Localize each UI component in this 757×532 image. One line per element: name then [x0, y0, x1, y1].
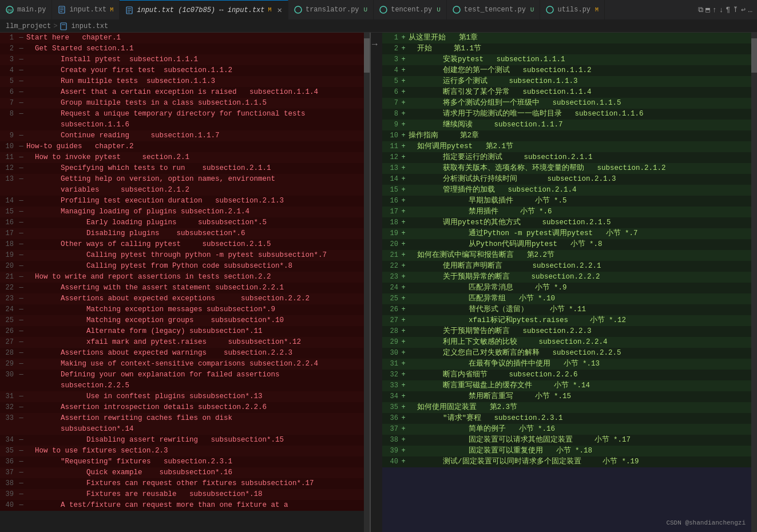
- line-content: 请求用于功能测试的唯一一临时目录 subsection.1.1.6: [409, 109, 644, 120]
- line-content: 固定装置可以请求其他固定装置 小节 *.17: [409, 435, 631, 446]
- line-number: 30: [0, 370, 18, 380]
- line-plus-sign: +: [401, 250, 409, 261]
- line-number-plus: 38: [382, 435, 401, 446]
- untracked-badge: U: [437, 6, 441, 13]
- line-plus-sign: +: [401, 130, 409, 141]
- line-number-plus: 30: [382, 348, 401, 359]
- line-content: 固定装置可以重复使用 小节 *.18: [409, 446, 592, 456]
- left-line-26: 26— Alternate form (legacy) subsubsectio…: [0, 326, 370, 337]
- modified-indicator: M: [110, 7, 113, 13]
- line-plus-sign: +: [401, 217, 409, 228]
- line-number-plus: 6: [382, 87, 401, 98]
- line-dash: —: [18, 304, 26, 315]
- line-number-plus: 19: [382, 228, 401, 239]
- editor-container: 1—Start here chapter.12— Get Started sec…: [0, 33, 757, 532]
- line-content: 创建您的第一个测试 subsection.1.1.2: [409, 65, 592, 76]
- line-content: Asserting with the assert statement subs…: [26, 283, 284, 293]
- nav-back-icon[interactable]: ⤒: [732, 5, 739, 14]
- right-code-area[interactable]: 1+从这里开始 第1章2+ 开始 第1.1节3+ 安装pytest subsec…: [382, 33, 757, 532]
- left-line-33: 33— Assertion rewriting caches files on …: [0, 413, 370, 435]
- tab-label: main.py: [17, 6, 46, 14]
- right-line-22: 22+ 使用断言声明断言 subsection.2.2.1: [382, 261, 757, 272]
- left-code-area[interactable]: 1—Start here chapter.12— Get Started sec…: [0, 33, 370, 532]
- right-scroll-indicator[interactable]: [751, 33, 757, 532]
- line-dash: —: [18, 33, 26, 43]
- line-number: 12: [0, 163, 18, 174]
- line-plus-sign: +: [401, 402, 409, 413]
- txt-icon: [58, 6, 66, 14]
- left-line-29: 29— Making use of context-sensitive comp…: [0, 359, 370, 370]
- line-dash: —: [18, 435, 26, 446]
- right-line-13: 13+ 获取有关版本、选项名称、环境变量的帮助 subsection.2.1.2: [382, 163, 757, 174]
- line-dash: —: [18, 359, 26, 370]
- tab-translator-py[interactable]: translator.py U: [288, 0, 374, 20]
- tab-utils-py[interactable]: utils.py M: [540, 0, 605, 20]
- breadcrumb-file: input.txt: [71, 22, 108, 30]
- right-line-30: 30+ 定义您自己对失败断言的解释 subsection.2.2.5: [382, 348, 757, 359]
- close-tab-icon[interactable]: ✕: [278, 5, 282, 15]
- tab-label: input.txt: [69, 6, 106, 14]
- line-plus-sign: +: [401, 152, 409, 163]
- line-content: 安装pytest subsection.1.1.1: [409, 54, 565, 65]
- line-number: 5: [0, 76, 18, 87]
- toggle-panel-icon[interactable]: ⬒: [706, 5, 710, 14]
- line-content: 断言引发了某个异常 subsection.1.1.4: [409, 87, 592, 98]
- left-line-21: 21— How to write and report assertions i…: [0, 272, 370, 283]
- line-plus-sign: +: [401, 239, 409, 250]
- nav-forward-icon[interactable]: ↩: [741, 5, 746, 14]
- arrow-up-icon[interactable]: ↑: [712, 6, 717, 14]
- line-content: 从这里开始 第1章: [409, 33, 478, 43]
- line-number: 20: [0, 261, 18, 272]
- line-content: 禁用插件 小节 *.6: [409, 207, 552, 217]
- line-number-plus: 10: [382, 130, 401, 141]
- line-content: 调用pytest的其他方式 subsection.2.1.5: [409, 217, 611, 228]
- left-line-17: 17— Disabling plugins subsubsection*.6: [0, 228, 370, 239]
- right-line-25: 25+ 匹配异常组 小节 *.10: [382, 293, 757, 304]
- arrow-down-icon[interactable]: ↓: [719, 6, 724, 14]
- line-number-plus: 28: [382, 326, 401, 337]
- tab-input-diff[interactable]: input.txt (1c07b85) ↔ input.txt M ✕: [120, 0, 288, 20]
- right-line-17: 17+ 禁用插件 小节 *.6: [382, 207, 757, 217]
- line-dash: —: [18, 478, 26, 489]
- line-plus-sign: +: [401, 65, 409, 76]
- split-editor-icon[interactable]: ⧉: [698, 6, 703, 14]
- line-content: Disabling plugins subsubsection*.6: [26, 228, 245, 239]
- line-number-plus: 37: [382, 424, 401, 435]
- line-number-plus: 32: [382, 370, 401, 380]
- tab-input-txt[interactable]: input.txt M: [52, 0, 120, 20]
- line-plus-sign: +: [401, 326, 409, 337]
- line-dash: —: [18, 456, 26, 467]
- line-content: Request a unique temporary directory for…: [26, 109, 306, 130]
- line-number-plus: 21: [382, 250, 401, 261]
- line-content: 禁用断言重写 小节 *.15: [409, 391, 571, 402]
- tab-main-py[interactable]: py main.py: [0, 0, 52, 20]
- right-line-16: 16+ 早期加载插件 小节 *.5: [382, 196, 757, 207]
- line-content: Get Started section.1.1: [26, 43, 134, 54]
- tab-tencent-py[interactable]: tencent.py U: [374, 0, 447, 20]
- tab-label: utils.py: [557, 6, 590, 14]
- right-line-34: 34+ 禁用断言重写 小节 *.15: [382, 391, 757, 402]
- line-content: 指定要运行的测试 subsection.2.1.1: [409, 152, 593, 163]
- left-panel: 1—Start here chapter.12— Get Started sec…: [0, 33, 371, 532]
- right-line-31: 31+ 在最有争议的插件中使用 小节 *.13: [382, 359, 757, 370]
- tab-test-tencent-py[interactable]: test_tencent.py U: [447, 0, 541, 20]
- line-content: 从Python代码调用pytest 小节 *.8: [409, 239, 603, 250]
- left-scroll-indicator[interactable]: [364, 33, 370, 532]
- line-plus-sign: +: [401, 315, 409, 326]
- project-name: llm_project: [6, 22, 51, 30]
- line-content: 如何在测试中编写和报告断言 第2.2节: [409, 250, 554, 261]
- line-content: Calling pytest through python -m pytest …: [26, 250, 327, 261]
- left-line-18: 18— Other ways of calling pytest subsect…: [0, 239, 370, 250]
- line-dash: —: [18, 446, 26, 456]
- line-number: 1: [0, 33, 18, 43]
- left-line-27: 27— xfail mark and pytest.raises subsubs…: [0, 337, 370, 348]
- line-number-plus: 27: [382, 315, 401, 326]
- line-plus-sign: +: [401, 163, 409, 174]
- line-content: Assertions about expected exceptions sub…: [26, 293, 310, 304]
- line-plus-sign: +: [401, 261, 409, 272]
- more-icon[interactable]: …: [748, 6, 752, 14]
- paragraph-icon[interactable]: ¶: [726, 6, 731, 14]
- line-content: Assert that a certain exception is raise…: [26, 87, 318, 98]
- line-plus-sign: +: [401, 98, 409, 109]
- line-content: Matching exception messages subsubsectio…: [26, 304, 275, 315]
